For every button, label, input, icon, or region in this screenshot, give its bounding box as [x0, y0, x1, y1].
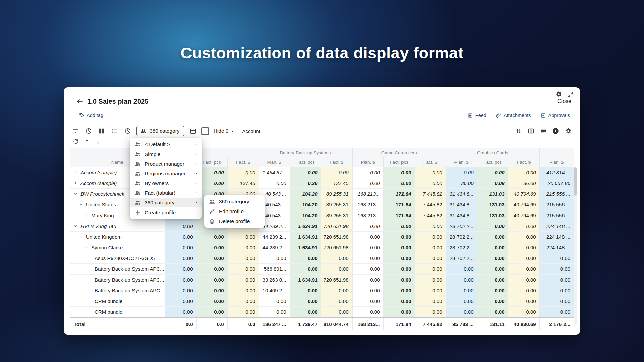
value-cell[interactable]: 20 657.86 — [539, 178, 574, 189]
chev-down-icon[interactable] — [73, 224, 78, 229]
value-cell[interactable]: 0.00 — [227, 253, 259, 264]
value-cell[interactable]: 0.00 — [415, 232, 446, 242]
column-header[interactable]: Plan, $ — [539, 157, 574, 167]
value-cell[interactable]: 0.00 — [446, 275, 477, 285]
row-name-cell[interactable]: Symon Clarke — [70, 242, 165, 253]
column-header[interactable]: Plan, $ — [446, 157, 477, 167]
value-cell[interactable]: 0.00 — [352, 178, 383, 189]
submenu-item-delete-profile[interactable]: Delete profile — [204, 216, 265, 226]
submenu-item-360-category[interactable]: 360 category — [204, 197, 265, 206]
value-cell[interactable]: 0.00 — [321, 285, 352, 296]
row-name-cell[interactable]: CRM bundle — [70, 307, 165, 318]
value-cell[interactable]: 0.00 — [196, 275, 227, 285]
value-cell[interactable]: 0.00 — [321, 167, 352, 178]
value-cell[interactable]: 0.00 — [477, 221, 508, 232]
value-cell[interactable]: 89 255.31 — [321, 189, 352, 199]
row-name-cell[interactable]: CRM bundle — [70, 296, 165, 307]
row-name-cell[interactable]: United Kingdom — [70, 232, 165, 242]
value-cell[interactable]: 0.00 — [165, 253, 196, 264]
value-cell[interactable]: 137.45 — [227, 178, 259, 189]
value-cell[interactable]: 0.00 — [290, 264, 321, 275]
value-cell[interactable]: 7 445.82 — [415, 210, 446, 221]
value-cell[interactable]: 0.00 — [477, 242, 508, 253]
row-name-cell[interactable]: Asus R9280X-DC2T-3GD5 — [70, 253, 165, 264]
value-cell[interactable]: 0.00 — [415, 242, 446, 253]
value-cell[interactable]: 0.00 — [477, 285, 508, 296]
chev-down-icon[interactable] — [78, 234, 84, 239]
menu-item-simple[interactable]: Simple — [130, 149, 202, 159]
value-cell[interactable]: 0.00 — [352, 242, 383, 253]
value-cell[interactable]: 0.00 — [321, 296, 352, 307]
value-cell[interactable]: 0.00 — [290, 296, 321, 307]
chev-down-icon[interactable] — [84, 245, 89, 250]
value-cell[interactable]: 10 409 2... — [259, 285, 290, 296]
value-cell[interactable]: 0.00 — [539, 264, 574, 275]
value-cell[interactable]: 36.00 — [508, 178, 539, 189]
value-cell[interactable]: 31 434 8... — [446, 199, 477, 210]
value-cell[interactable]: 40 794.69 — [508, 199, 539, 210]
value-cell[interactable]: 31 434 8... — [446, 210, 477, 221]
value-cell[interactable]: 0.00 — [415, 178, 446, 189]
value-cell[interactable]: 0.00 — [259, 253, 290, 264]
value-cell[interactable]: 0.00 — [446, 285, 477, 296]
value-cell[interactable]: 0.00 — [383, 307, 415, 318]
chev-right-icon[interactable] — [84, 213, 89, 218]
value-cell[interactable]: 215 556 ... — [539, 210, 574, 221]
refresh-button[interactable] — [72, 138, 79, 145]
value-cell[interactable]: 0.00 — [415, 221, 446, 232]
value-cell[interactable]: 0.00 — [321, 253, 352, 264]
value-cell[interactable]: 0.00 — [352, 285, 383, 296]
value-cell[interactable]: 171.84 — [383, 189, 415, 199]
chev-down-icon[interactable] — [73, 191, 78, 196]
value-cell[interactable]: 131.03 — [477, 199, 508, 210]
value-cell[interactable]: 0.00 — [508, 221, 539, 232]
value-cell[interactable]: 0.00 — [477, 296, 508, 307]
value-cell[interactable]: 0.00 — [165, 232, 196, 242]
column-header[interactable]: Fact, pcs — [290, 157, 321, 167]
value-cell[interactable]: 0.00 — [259, 178, 290, 189]
value-cell[interactable]: 0.00 — [196, 242, 227, 253]
value-cell[interactable]: 171.84 — [383, 199, 415, 210]
value-cell[interactable]: 0.00 — [477, 307, 508, 318]
value-cell[interactable]: 0.00 — [290, 307, 321, 318]
row-name-cell[interactable]: Battery Back-up System APC... — [70, 275, 165, 285]
value-cell[interactable]: 0.00 — [477, 275, 508, 285]
value-cell[interactable]: 0.00 — [383, 275, 415, 285]
value-cell[interactable]: 0.00 — [352, 253, 383, 264]
value-cell[interactable]: 0.36 — [290, 178, 321, 189]
value-cell[interactable]: 137.45 — [321, 178, 352, 189]
value-cell[interactable]: 44 239 2... — [259, 242, 290, 253]
value-cell[interactable]: 0.00 — [227, 167, 259, 178]
column-header[interactable]: Fact, $ — [227, 157, 259, 167]
value-cell[interactable]: 0.00 — [196, 285, 227, 296]
value-cell[interactable]: 168 213... — [352, 210, 383, 221]
value-cell[interactable]: 0.00 — [383, 264, 415, 275]
value-cell[interactable]: 0.00 — [383, 242, 415, 253]
column-header[interactable]: Fact, $ — [415, 157, 446, 167]
value-cell[interactable]: 40 794.69 — [508, 189, 539, 199]
value-cell[interactable]: 0.00 — [539, 285, 574, 296]
arrow-up-button[interactable] — [84, 138, 90, 145]
column-header[interactable]: Fact, $ — [321, 157, 352, 167]
value-cell[interactable]: 0.00 — [383, 167, 415, 178]
vertical-scrollbar[interactable] — [574, 167, 577, 325]
value-cell[interactable]: 0.00 — [508, 167, 539, 178]
value-cell[interactable]: 0.00 — [259, 307, 290, 318]
row-name-cell[interactable]: Battery Back-up System APC... — [70, 285, 165, 296]
value-cell[interactable]: 0.00 — [290, 285, 321, 296]
menu-item-fact-tabular[interactable]: Fact (tabular) — [130, 188, 202, 198]
value-cell[interactable]: 720 651.98 — [321, 232, 352, 242]
value-cell[interactable]: 168 213... — [352, 199, 383, 210]
column-header[interactable]: Fact, pcs — [477, 157, 508, 167]
value-cell[interactable]: 0.00 — [227, 307, 259, 318]
value-cell[interactable]: 0.00 — [508, 253, 539, 264]
value-cell[interactable]: 0.00 — [290, 253, 321, 264]
value-cell[interactable]: 0.00 — [196, 296, 227, 307]
column-header[interactable]: Fact, $ — [508, 157, 539, 167]
value-cell[interactable]: 0.00 — [477, 264, 508, 275]
value-cell[interactable]: 0.00 — [165, 275, 196, 285]
profile-view-button[interactable]: 360 category — [136, 126, 184, 136]
value-cell[interactable]: 0.00 — [352, 232, 383, 242]
value-cell[interactable]: 89 255.31 — [321, 210, 352, 221]
value-cell[interactable]: 0.00 — [352, 296, 383, 307]
